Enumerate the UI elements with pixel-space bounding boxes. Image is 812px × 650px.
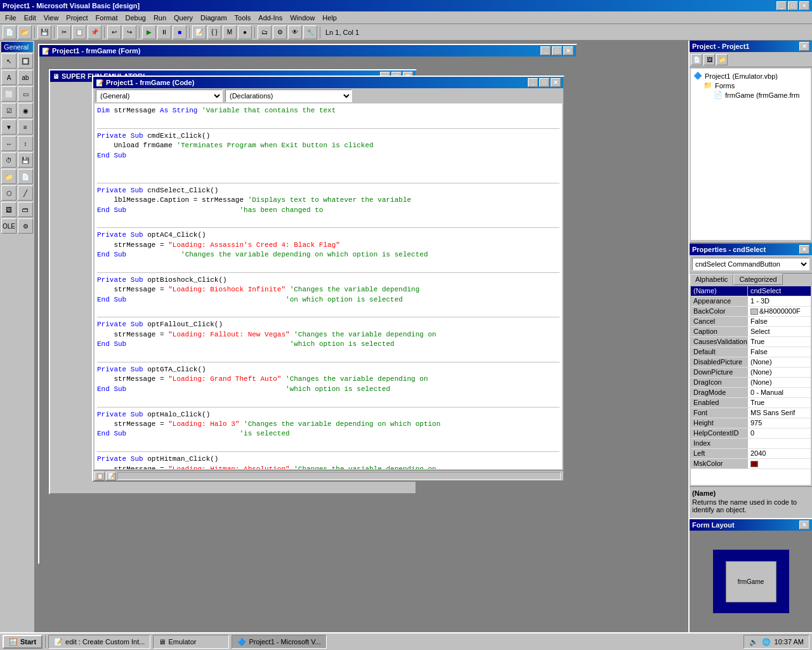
general-dropdown[interactable]: (General) (96, 90, 223, 102)
declarations-dropdown[interactable]: (Declarations) (225, 90, 352, 102)
toolbar-module[interactable]: M (223, 25, 237, 39)
tool-dir[interactable]: 📁 (1, 169, 16, 184)
tool-data[interactable]: 🗃 (18, 202, 33, 217)
toolbar-code[interactable]: { } (207, 25, 221, 39)
toolbar-copy[interactable]: 📋 (72, 25, 86, 39)
props-row-cancel[interactable]: Cancel False (691, 317, 811, 327)
toolbar-tbox[interactable]: 🔧 (303, 25, 317, 39)
tree-root[interactable]: 🔷 Project1 (Emulator.vbp) (693, 71, 808, 81)
props-row-height[interactable]: Height 975 (691, 418, 811, 428)
project-view-code[interactable]: 📄 (691, 54, 702, 65)
toolbar-undo[interactable]: ↩ (107, 25, 121, 39)
toolbar-stop[interactable]: ■ (173, 25, 187, 39)
tab-categorized[interactable]: Categorized (733, 274, 782, 285)
tool-radio[interactable]: ◉ (18, 103, 33, 118)
menu-file[interactable]: File (1, 13, 20, 23)
taskbar-item-vb[interactable]: 🔷 Project1 - Microsoft V... (232, 635, 326, 649)
props-row-font[interactable]: Font MS Sans Serif (691, 408, 811, 418)
menu-query[interactable]: Query (170, 13, 197, 23)
start-button[interactable]: 🪟 Start (3, 635, 43, 649)
tool-frame[interactable]: ⬜ (1, 86, 16, 102)
toolbar-form[interactable]: 📝 (192, 25, 206, 39)
toolbar-open[interactable]: 📂 (18, 25, 32, 39)
tool-drive[interactable]: 💾 (18, 152, 33, 168)
view-form-btn[interactable]: 📝 (106, 472, 116, 481)
tool-pointer[interactable]: ↖ (1, 53, 16, 69)
tool-line[interactable]: ╱ (18, 185, 33, 201)
form-maximize[interactable]: □ (552, 46, 562, 55)
maximize-button[interactable]: □ (788, 1, 798, 10)
hscrollbar[interactable] (117, 472, 561, 480)
props-row-dragicon[interactable]: DragIcon (None) (691, 378, 811, 388)
project-close[interactable]: ✕ (799, 42, 809, 51)
form-minimize[interactable]: _ (540, 46, 551, 55)
tool-list[interactable]: ≡ (18, 119, 33, 135)
toolbar-obj[interactable]: 👁 (288, 25, 302, 39)
props-row-maskcolor[interactable]: MskColor (691, 459, 811, 469)
tool-label[interactable]: A (1, 70, 16, 85)
close-button[interactable]: ✕ (799, 1, 809, 10)
menu-format[interactable]: Format (92, 13, 122, 23)
tool-shape[interactable]: ⬡ (1, 185, 16, 201)
props-row-causesval[interactable]: CausesValidation True (691, 337, 811, 347)
code-close[interactable]: ✕ (551, 78, 561, 87)
props-row-helpid[interactable]: HelpContextID 0 (691, 428, 811, 439)
toolbar-redo[interactable]: ↪ (122, 25, 136, 39)
menu-tools[interactable]: Tools (231, 13, 255, 23)
tool-vscroll[interactable]: ↕ (18, 136, 33, 151)
form-close[interactable]: ✕ (563, 46, 573, 55)
menu-addins[interactable]: Add-Ins (254, 13, 286, 23)
toolbar-bp[interactable]: ● (238, 25, 252, 39)
code-minimize[interactable]: _ (528, 78, 538, 87)
toolbar-pause[interactable]: ⏸ (157, 25, 171, 39)
layout-close[interactable]: ✕ (799, 521, 809, 529)
tool-button[interactable]: ▭ (18, 86, 33, 102)
menu-run[interactable]: Run (150, 13, 170, 23)
props-close[interactable]: ✕ (799, 245, 809, 254)
project-toggle[interactable]: 📁 (716, 54, 728, 65)
menu-project[interactable]: Project (62, 13, 91, 23)
tool-timer[interactable]: ⏱ (1, 152, 16, 168)
props-row-default[interactable]: Default False (691, 347, 811, 357)
tab-alphabetic[interactable]: Alphabetic (690, 274, 733, 285)
tool-textbox[interactable]: ab (18, 70, 33, 85)
props-row-index[interactable]: Index (691, 439, 811, 449)
code-area[interactable]: Dim strMessage As String 'Variable that … (95, 103, 562, 469)
taskbar-item-edit[interactable]: 📝 edit : Create Custom Int... (48, 635, 150, 649)
props-row-appearance[interactable]: Appearance 1 - 3D (691, 296, 811, 307)
props-row-downpic[interactable]: DownPicture (None) (691, 368, 811, 378)
tool-component[interactable]: 🔲 (18, 53, 33, 69)
props-row-enabled[interactable]: Enabled True (691, 398, 811, 408)
menu-window[interactable]: Window (286, 13, 318, 23)
toolbar-new[interactable]: 📄 (3, 25, 16, 39)
menu-debug[interactable]: Debug (121, 13, 149, 23)
tool-hscroll[interactable]: ↔ (1, 136, 16, 151)
props-row-name[interactable]: (Name) cndSelect (691, 286, 811, 296)
props-row-disabledpic[interactable]: DisabledPicture (None) (691, 357, 811, 368)
minimize-button[interactable]: _ (776, 1, 787, 10)
menu-help[interactable]: Help (318, 13, 341, 23)
menu-edit[interactable]: Edit (20, 13, 40, 23)
project-view-form[interactable]: 🖼 (704, 54, 715, 65)
menu-diagram[interactable]: Diagram (197, 13, 231, 23)
toolbar-save[interactable]: 💾 (37, 25, 51, 39)
props-object-select[interactable]: cndSelect CommandButton (692, 258, 809, 270)
tool-ole[interactable]: OLE (1, 218, 16, 234)
toolbar-proj[interactable]: 🗂 (258, 25, 272, 39)
props-row-dragmode[interactable]: DragMode 0 - Manual (691, 388, 811, 398)
tool-check[interactable]: ☑ (1, 103, 16, 118)
tool-file[interactable]: 📄 (18, 169, 33, 184)
code-maximize[interactable]: □ (539, 78, 549, 87)
tree-forms[interactable]: 📁 Forms (693, 81, 808, 90)
toolbar-paste[interactable]: 📌 (88, 25, 102, 39)
toolbar-props[interactable]: ⚙ (273, 25, 287, 39)
tool-extra[interactable]: ⚙ (18, 218, 33, 234)
toolbar-run[interactable]: ▶ (142, 25, 156, 39)
toolbar-cut[interactable]: ✂ (57, 25, 71, 39)
tree-form-item[interactable]: 📄 frmGame (frmGame.frm (693, 90, 808, 100)
props-row-left[interactable]: Left 2040 (691, 449, 811, 459)
props-row-backcolor[interactable]: BackColor &H8000000F (691, 307, 811, 317)
view-code-btn[interactable]: 📋 (95, 472, 105, 481)
tool-combo[interactable]: ▼ (1, 119, 16, 135)
menu-view[interactable]: View (40, 13, 63, 23)
